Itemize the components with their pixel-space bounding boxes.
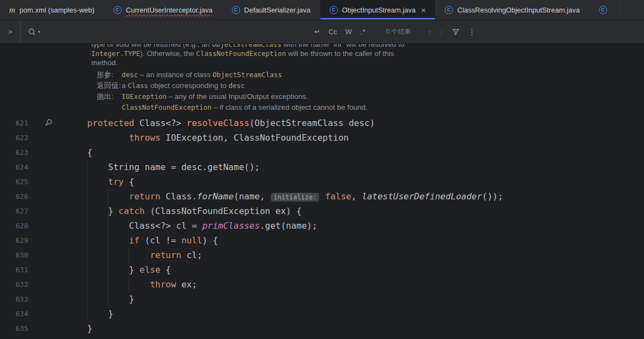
tab-currentuserinterceptor-java[interactable]: CCurrentUserInterceptor.java	[104, 0, 223, 20]
gutter	[28, 204, 66, 218]
code-line: 633 }	[0, 292, 644, 306]
more-options-button[interactable]: ⋮	[468, 27, 476, 37]
ide-window: mpom.xml (samples-web)CCurrentUserInterc…	[0, 0, 644, 339]
find-search-input[interactable]: ▾	[21, 20, 314, 43]
previous-match-button[interactable]: ↑	[428, 28, 432, 36]
line-number: 628	[0, 218, 28, 233]
line-number: 624	[0, 160, 28, 174]
indent-guide	[129, 248, 129, 292]
code-text: } else {	[66, 262, 171, 277]
gutter	[28, 306, 66, 321]
regex-button[interactable]: .*	[360, 28, 366, 36]
gutter	[28, 160, 66, 174]
chevron-right-icon: >	[8, 28, 12, 36]
tab-label: ObjectInputStream.java	[342, 6, 416, 14]
code-text: protected Class<?> resolveClass(ObjectSt…	[66, 116, 375, 130]
gutter	[28, 189, 66, 204]
code-line: 629 if (cl != null) {	[0, 233, 644, 248]
java-class-icon: C	[445, 6, 453, 14]
javadoc-rendered: type or void will be returned (e.g., an …	[0, 44, 644, 113]
line-number: 633	[0, 292, 28, 306]
inlay-hint: initialize:	[271, 193, 319, 202]
tab-partial[interactable]: C	[590, 0, 617, 20]
code-line: 622 throws IOException, ClassNotFoundExc…	[0, 130, 644, 145]
code-line: 631 } else {	[0, 262, 644, 277]
gutter	[28, 233, 66, 248]
close-tab-icon[interactable]: ×	[421, 6, 426, 14]
java-class-icon: C	[330, 6, 338, 14]
tab-pom-xml-samples-web[interactable]: mpom.xml (samples-web)	[0, 0, 104, 20]
gutter	[28, 248, 66, 262]
line-number: 623	[0, 145, 28, 160]
code-lines: 621 protected Class<?> resolveClass(Obje…	[0, 116, 644, 336]
line-number: 622	[0, 130, 28, 145]
code-text: String name = desc.getName();	[66, 160, 260, 174]
code-text: }	[66, 292, 134, 306]
code-editor[interactable]: type or void will be returned (e.g., an …	[0, 44, 644, 339]
code-text: }	[66, 306, 113, 321]
line-number: 625	[0, 174, 28, 189]
line-number: 632	[0, 277, 28, 292]
line-number: 626	[0, 189, 28, 204]
gutter	[28, 321, 66, 336]
java-class-icon: C	[599, 6, 607, 14]
editor-tab-bar: mpom.xml (samples-web)CCurrentUserInterc…	[0, 0, 644, 20]
search-history-chevron-icon[interactable]: ▾	[38, 29, 40, 34]
newline-button[interactable]: ↵	[314, 28, 320, 36]
code-text: try {	[66, 174, 134, 189]
javadoc-section-label: 形参:	[97, 70, 122, 80]
search-results-count: 0 个结果	[386, 27, 411, 36]
gutter	[28, 292, 66, 306]
code-text: } catch (ClassNotFoundException ex) {	[66, 204, 301, 218]
javadoc-text-line: method.	[91, 58, 644, 67]
gutter	[28, 116, 66, 130]
code-line: 624 String name = desc.getName();	[0, 160, 644, 174]
javadoc-section-line: 形参:desc – an instance of class ObjectStr…	[91, 70, 644, 80]
gutter	[28, 130, 66, 145]
tab-label: pom.xml (samples-web)	[20, 6, 94, 14]
gutter	[28, 262, 66, 277]
tab-label: DefaultSerializer.java	[244, 6, 311, 14]
code-line: 625 try {	[0, 174, 644, 189]
javadoc-text-line: Integer.TYPE). Otherwise, the ClassNotFo…	[91, 49, 644, 58]
gutter	[28, 218, 66, 233]
code-line: 626 return Class.forName(name, initializ…	[0, 189, 644, 204]
code-text: if (cl != null) {	[66, 233, 218, 248]
code-line: 630 return cl;	[0, 248, 644, 262]
line-number: 634	[0, 306, 28, 321]
line-number: 621	[0, 116, 28, 130]
tab-objectinputstream-java[interactable]: CObjectInputStream.java×	[320, 0, 436, 20]
javadoc-section-line: ClassNotFoundException – if class of a s…	[91, 102, 644, 113]
code-line: 627 } catch (ClassNotFoundException ex) …	[0, 204, 644, 218]
code-text: throw ex;	[66, 277, 197, 292]
line-number: 629	[0, 233, 28, 248]
java-class-icon: C	[113, 6, 122, 14]
maven-icon: m	[9, 6, 15, 14]
code-text: Class<?> cl = primClasses.get(name);	[66, 218, 317, 233]
code-line: 621 protected Class<?> resolveClass(Obje…	[0, 116, 644, 130]
code-line: 635 }	[0, 321, 644, 336]
filter-icon[interactable]	[452, 28, 460, 36]
code-line: 634 }	[0, 306, 644, 321]
code-text: throws IOException, ClassNotFoundExcepti…	[66, 130, 349, 145]
gutter	[28, 145, 66, 160]
javadoc-section-line: 返回值:a Class object corresponding to desc	[91, 80, 644, 91]
words-button[interactable]: W	[345, 28, 352, 36]
match-case-button[interactable]: Cc	[329, 28, 337, 36]
code-text: return Class.forName(name, initialize: f…	[66, 189, 503, 204]
tab-defaultserializer-java[interactable]: CDefaultSerializer.java	[223, 0, 320, 20]
tab-classresolvingobjectinputstream-java[interactable]: CClassResolvingObjectInputStream.java	[435, 0, 589, 20]
next-match-button[interactable]: ↓	[440, 28, 444, 36]
find-expand-button[interactable]: >	[0, 20, 21, 43]
javadoc-text-line: type or void will be returned (e.g., an …	[91, 44, 644, 49]
search-icon	[28, 28, 36, 36]
line-number: 630	[0, 248, 28, 262]
tab-label: CurrentUserInterceptor.java	[126, 6, 213, 14]
find-controls: ↵ Cc W .* 0 个结果 ↑ ↓ ⋮	[314, 27, 476, 37]
indent-guide	[108, 189, 109, 306]
overridden-method-gutter-icon[interactable]	[45, 118, 53, 127]
line-number: 635	[0, 321, 28, 336]
line-number: 627	[0, 204, 28, 218]
indent-guide	[87, 161, 87, 321]
code-line: 623 {	[0, 145, 644, 160]
